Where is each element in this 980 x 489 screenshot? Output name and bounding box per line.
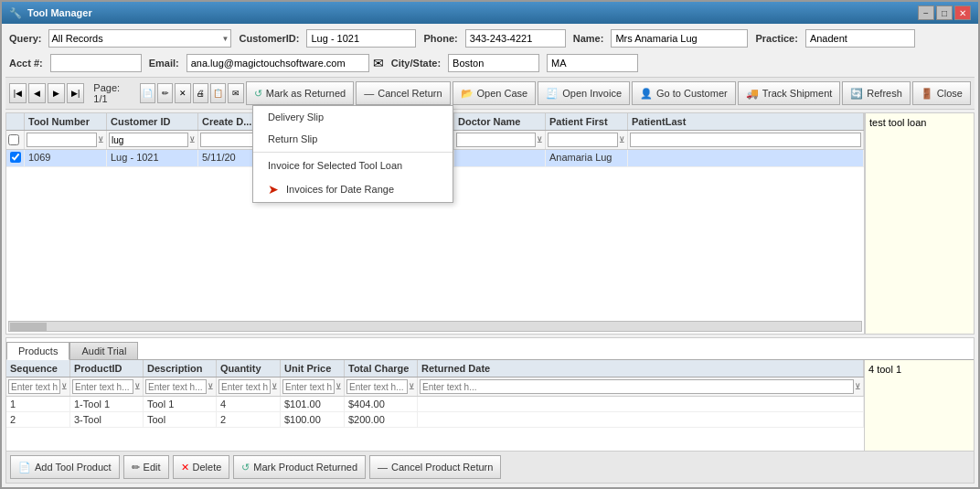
open-invoice-button[interactable]: 🧾 Open Invoice xyxy=(538,81,630,105)
col-total-charge: Total Charge xyxy=(345,360,418,377)
filter-customer-id: ⊻ xyxy=(107,131,198,149)
filter-doctor-name-icon[interactable]: ⊻ xyxy=(537,135,543,144)
filter-customer-id-icon[interactable]: ⊻ xyxy=(189,135,196,144)
delete-record-button[interactable]: ✕ xyxy=(175,83,190,103)
filter-returned-date-input[interactable] xyxy=(420,379,854,394)
edit-record-button[interactable]: ✏ xyxy=(157,83,173,103)
cell-up-1: $101.00 xyxy=(281,397,345,411)
invoice-date-range-label: Invoices for Date Range xyxy=(286,184,394,195)
cell-customer-id: Lug - 1021 xyxy=(107,150,198,166)
new-record-button[interactable]: 📄 xyxy=(140,83,155,103)
cell-pid-1: 1-Tool 1 xyxy=(70,397,144,411)
note-button[interactable]: 📋 xyxy=(210,83,226,103)
cell-rd-2 xyxy=(418,412,864,427)
cancel-return-button[interactable]: — Cancel Return xyxy=(356,81,450,105)
filter-patient-first-input[interactable] xyxy=(548,133,618,147)
filter-description-input[interactable] xyxy=(145,379,207,394)
dropdown-arrow-icon: ▼ xyxy=(222,35,229,43)
print-button[interactable]: 🖨 xyxy=(193,83,208,103)
add-product-button[interactable]: 📄 Add Tool Product xyxy=(10,455,120,479)
cancel-product-icon: — xyxy=(378,462,388,473)
invoice-date-range-item[interactable]: ➤ Invoices for Date Range xyxy=(253,176,453,202)
main-toolbar: |◀ ◀ ▶ ▶| Page: 1/1 📄 ✏ ✕ 🖨 📋 ✉ ↺ Mark a… xyxy=(5,77,975,110)
products-header-row: Sequence ProductID Description Quantity … xyxy=(6,360,864,377)
products-grid: Sequence ProductID Description Quantity … xyxy=(6,360,864,451)
col-check xyxy=(6,113,25,130)
last-page-button[interactable]: ▶| xyxy=(67,83,84,103)
filter-tool-number-icon[interactable]: ⊻ xyxy=(98,135,104,144)
invoice-selected-item[interactable]: Invoice for Selected Tool Loan xyxy=(253,154,453,176)
close-tool-button[interactable]: 🚪 Close xyxy=(912,81,971,105)
next-page-button[interactable]: ▶ xyxy=(48,83,65,103)
filter-desc-icon[interactable]: ⊻ xyxy=(208,382,214,391)
main-window: 🔧 Tool Manager − □ ✕ Query: All Records … xyxy=(0,0,980,489)
edit-product-button[interactable]: ✏ Edit xyxy=(123,455,169,479)
mark-product-returned-button[interactable]: ↺ Mark Product Returned xyxy=(233,455,366,479)
main-content: Query: All Records ▼ CustomerID: Lug - 1… xyxy=(2,24,978,487)
filter-quantity-input[interactable] xyxy=(218,379,271,394)
tab-products-label: Products xyxy=(18,345,58,356)
email-label: Email: xyxy=(149,58,179,69)
filter-doctor-name: ⊻ xyxy=(454,131,546,149)
open-case-button[interactable]: 📂 Open Case xyxy=(453,81,537,105)
filter-up-icon[interactable]: ⊻ xyxy=(336,382,342,391)
mark-returned-button[interactable]: ↺ Mark as Returned xyxy=(246,81,354,105)
title-bar: 🔧 Tool Manager − □ ✕ xyxy=(2,2,978,24)
tab-products[interactable]: Products xyxy=(6,342,69,360)
prev-page-button[interactable]: ◀ xyxy=(28,83,46,103)
query-label: Query: xyxy=(9,33,41,44)
filter-customer-id-input[interactable] xyxy=(109,133,188,147)
minimize-button[interactable]: − xyxy=(918,5,934,20)
close-button[interactable]: ✕ xyxy=(954,5,971,20)
cancel-product-return-button[interactable]: — Cancel Product Return xyxy=(369,455,501,479)
filter-doctor-name-input[interactable] xyxy=(456,133,536,147)
right-panel-top-text: test tool loan xyxy=(869,117,926,128)
horizontal-scrollbar[interactable] xyxy=(8,321,862,332)
filter-qty-icon[interactable]: ⊻ xyxy=(272,382,278,391)
phone-field: 343-243-4221 xyxy=(465,29,566,48)
row-check-input[interactable] xyxy=(10,152,21,163)
filter-total-charge-input[interactable] xyxy=(346,379,408,394)
tab-audit-trial[interactable]: Audit Trial xyxy=(69,342,138,359)
cell-qty-2: 2 xyxy=(217,412,281,427)
practice-label: Practice: xyxy=(755,33,797,44)
filter-patient-first-icon[interactable]: ⊻ xyxy=(619,135,625,144)
refresh-button[interactable]: 🔄 Refresh xyxy=(842,81,911,105)
col-description: Description xyxy=(144,360,217,377)
maximize-button[interactable]: □ xyxy=(936,5,953,20)
edit-icon: ✏ xyxy=(132,462,140,473)
delivery-slip-item[interactable]: Delivery Slip xyxy=(253,106,453,128)
acct-label: Acct #: xyxy=(9,58,43,69)
col-customer-id: Customer ID xyxy=(107,113,198,130)
filter-unit-price-input[interactable] xyxy=(282,379,335,394)
bottom-content-area: Sequence ProductID Description Quantity … xyxy=(6,360,974,451)
email-tool-button[interactable]: ✉ xyxy=(228,83,243,103)
filter-pid-icon[interactable]: ⊻ xyxy=(134,382,141,391)
acct-field xyxy=(50,54,142,72)
track-shipment-button[interactable]: 🚚 Track Shipment xyxy=(738,81,841,105)
go-to-customer-button[interactable]: 👤 Go to Customer xyxy=(632,81,736,105)
filter-tool-number-input[interactable] xyxy=(27,133,97,147)
product-row-1[interactable]: 1 1-Tool 1 Tool 1 4 $101.00 $404.00 xyxy=(6,397,864,412)
return-slip-item[interactable]: Return Slip xyxy=(253,128,453,150)
filter-sequence-input[interactable] xyxy=(8,379,60,394)
first-page-button[interactable]: |◀ xyxy=(9,83,27,103)
filter-patient-last-input[interactable] xyxy=(630,133,861,147)
query-dropdown[interactable]: All Records ▼ xyxy=(48,29,231,48)
bottom-section: Products Audit Trial Sequence ProductID … xyxy=(5,337,975,484)
row-check xyxy=(6,150,25,166)
filter-rd-icon[interactable]: ⊻ xyxy=(855,382,861,391)
scrollbar-thumb xyxy=(10,323,47,332)
name-field: Mrs Anamaria Lug xyxy=(611,29,748,48)
filter-product-id-input[interactable] xyxy=(72,379,133,394)
add-product-icon: 📄 xyxy=(18,462,31,473)
filter-check xyxy=(6,131,25,149)
cell-doctor-name xyxy=(454,150,546,166)
col-returned-date: Returned Date xyxy=(418,360,864,377)
product-row-2[interactable]: 2 3-Tool Tool 2 $100.00 $200.00 xyxy=(6,412,864,428)
filter-check-input[interactable] xyxy=(8,134,19,145)
arrow-icon: ➤ xyxy=(268,182,279,197)
filter-tc-icon[interactable]: ⊻ xyxy=(409,382,415,391)
delete-product-button[interactable]: ✕ Delete xyxy=(173,455,230,479)
filter-seq-icon[interactable]: ⊻ xyxy=(61,382,68,391)
